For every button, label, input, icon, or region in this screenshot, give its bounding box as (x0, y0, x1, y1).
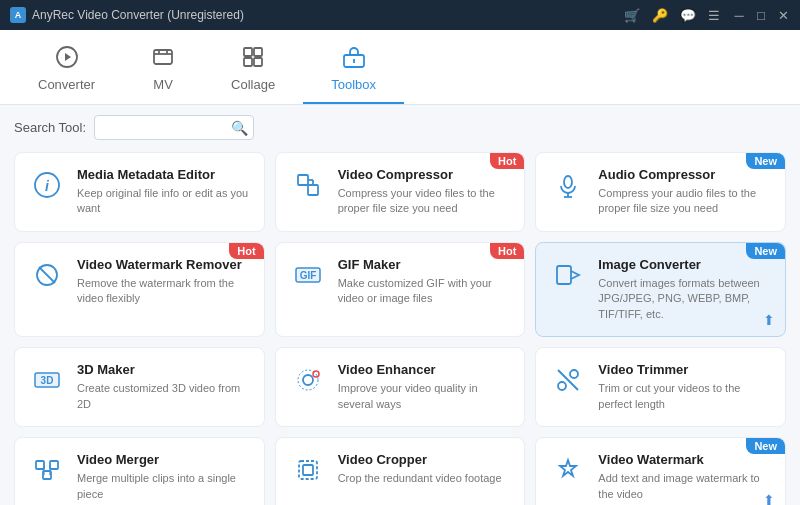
tool-icon-video-watermark (550, 452, 586, 488)
title-bar-left: A AnyRec Video Converter (Unregistered) (10, 7, 244, 23)
tool-card-video-merger[interactable]: Video Merger Merge multiple clips into a… (14, 437, 265, 505)
mv-icon (151, 45, 175, 73)
tab-mv-label: MV (153, 77, 173, 92)
tool-name-video-watermark: Video Watermark (598, 452, 771, 467)
tab-toolbox[interactable]: Toolbox (303, 37, 404, 104)
tool-info-video-compressor: Video Compressor Compress your video fil… (338, 167, 511, 217)
tool-icon-video-enhancer (290, 362, 326, 398)
search-icon[interactable]: 🔍 (231, 120, 248, 136)
tab-converter-label: Converter (38, 77, 95, 92)
search-input-wrap: 🔍 (94, 115, 254, 140)
svg-marker-1 (65, 53, 71, 61)
svg-point-28 (303, 375, 313, 385)
tool-desc-video-watermark-remover: Remove the watermark from the video flex… (77, 276, 250, 307)
tool-desc-3d-maker: Create customized 3D video from 2D (77, 381, 250, 412)
minimize-button[interactable]: ─ (732, 8, 746, 22)
tool-name-video-watermark-remover: Video Watermark Remover (77, 257, 250, 272)
svg-rect-9 (254, 58, 262, 66)
title-bar: A AnyRec Video Converter (Unregistered) … (0, 0, 800, 30)
maximize-button[interactable]: □ (754, 8, 768, 22)
tool-info-image-converter: Image Converter Convert images formats b… (598, 257, 771, 322)
tool-desc-video-trimmer: Trim or cut your videos to the perfect l… (598, 381, 771, 412)
tool-icon-image-converter (550, 257, 586, 293)
tool-info-video-watermark: Video Watermark Add text and image water… (598, 452, 771, 502)
nav-tabs: Converter MV Collage (0, 30, 800, 105)
tool-desc-audio-compressor: Compress your audio files to the proper … (598, 186, 771, 217)
scroll-top-icon: ⬆ (763, 312, 775, 328)
key-icon[interactable]: 🔑 (652, 8, 668, 23)
svg-point-33 (570, 370, 578, 378)
search-bar: Search Tool: 🔍 (14, 115, 786, 140)
tool-icon-media-metadata-editor: i (29, 167, 65, 203)
tool-card-media-metadata-editor[interactable]: i Media Metadata Editor Keep original fi… (14, 152, 265, 232)
svg-line-31 (558, 370, 578, 390)
tool-card-video-compressor[interactable]: Hot Video Compressor Compress your video… (275, 152, 526, 232)
badge-video-compressor: Hot (490, 153, 524, 169)
tool-icon-3d-maker: 3D (29, 362, 65, 398)
tool-desc-video-merger: Merge multiple clips into a single piece (77, 471, 250, 502)
app-logo: A (10, 7, 26, 23)
svg-rect-25 (557, 266, 571, 284)
tool-icon-video-merger (29, 452, 65, 488)
badge-audio-compressor: New (746, 153, 785, 169)
tool-desc-video-cropper: Crop the redundant video footage (338, 471, 511, 486)
tool-icon-video-compressor (290, 167, 326, 203)
badge-gif-maker: Hot (490, 243, 524, 259)
svg-rect-34 (36, 461, 44, 469)
svg-rect-2 (154, 50, 172, 64)
svg-rect-15 (308, 185, 318, 195)
tool-info-video-enhancer: Video Enhancer Improve your video qualit… (338, 362, 511, 412)
tool-desc-media-metadata-editor: Keep original file info or edit as you w… (77, 186, 250, 217)
tool-card-video-cropper[interactable]: Video Cropper Crop the redundant video f… (275, 437, 526, 505)
svg-rect-40 (303, 465, 313, 475)
close-button[interactable]: ✕ (776, 8, 790, 22)
tool-name-audio-compressor: Audio Compressor (598, 167, 771, 182)
badge-video-watermark: New (746, 438, 785, 454)
toolbox-icon (342, 45, 366, 73)
tool-card-image-converter[interactable]: New Image Converter Convert images forma… (535, 242, 786, 337)
badge-image-converter: New (746, 243, 785, 259)
tab-converter[interactable]: Converter (10, 37, 123, 104)
tab-collage-label: Collage (231, 77, 275, 92)
tool-icon-gif-maker: GIF (290, 257, 326, 293)
tool-desc-video-watermark: Add text and image watermark to the vide… (598, 471, 771, 502)
tool-name-3d-maker: 3D Maker (77, 362, 250, 377)
svg-text:GIF: GIF (299, 270, 316, 281)
tool-info-video-trimmer: Video Trimmer Trim or cut your videos to… (598, 362, 771, 412)
tool-desc-video-compressor: Compress your video files to the proper … (338, 186, 511, 217)
tool-name-video-merger: Video Merger (77, 452, 250, 467)
tool-card-video-enhancer[interactable]: Video Enhancer Improve your video qualit… (275, 347, 526, 427)
tool-desc-image-converter: Convert images formats between JPG/JPEG,… (598, 276, 771, 322)
tool-card-audio-compressor[interactable]: New Audio Compressor Compress your audio… (535, 152, 786, 232)
tool-card-video-trimmer[interactable]: Video Trimmer Trim or cut your videos to… (535, 347, 786, 427)
cart-icon[interactable]: 🛒 (624, 8, 640, 23)
svg-rect-6 (244, 48, 252, 56)
tool-info-gif-maker: GIF Maker Make customized GIF with your … (338, 257, 511, 307)
svg-rect-7 (254, 48, 262, 56)
svg-text:3D: 3D (41, 375, 54, 386)
tool-desc-video-enhancer: Improve your video quality in several wa… (338, 381, 511, 412)
badge-video-watermark-remover: Hot (229, 243, 263, 259)
tool-info-video-watermark-remover: Video Watermark Remover Remove the water… (77, 257, 250, 307)
menu-icon[interactable]: ☰ (708, 8, 720, 23)
chat-icon[interactable]: 💬 (680, 8, 696, 23)
tool-card-video-watermark[interactable]: New Video Watermark Add text and image w… (535, 437, 786, 505)
tool-name-video-compressor: Video Compressor (338, 167, 511, 182)
tool-card-3d-maker[interactable]: 3D 3D Maker Create customized 3D video f… (14, 347, 265, 427)
search-input[interactable] (94, 115, 254, 140)
converter-icon (55, 45, 79, 73)
svg-point-32 (558, 382, 566, 390)
tool-grid: i Media Metadata Editor Keep original fi… (14, 152, 786, 505)
title-bar-right[interactable]: 🛒 🔑 💬 ☰ ─ □ ✕ (624, 8, 790, 23)
tab-collage[interactable]: Collage (203, 37, 303, 104)
tool-info-media-metadata-editor: Media Metadata Editor Keep original file… (77, 167, 250, 217)
tool-card-gif-maker[interactable]: Hot GIF GIF Maker Make customized GIF wi… (275, 242, 526, 337)
tool-icon-video-watermark-remover (29, 257, 65, 293)
svg-text:i: i (45, 178, 50, 194)
scroll-top-icon: ⬆ (763, 492, 775, 505)
tool-icon-video-trimmer (550, 362, 586, 398)
tool-card-video-watermark-remover[interactable]: Hot Video Watermark Remover Remove the w… (14, 242, 265, 337)
tab-mv[interactable]: MV (123, 37, 203, 104)
tool-name-media-metadata-editor: Media Metadata Editor (77, 167, 250, 182)
window-controls[interactable]: ─ □ ✕ (732, 8, 790, 22)
